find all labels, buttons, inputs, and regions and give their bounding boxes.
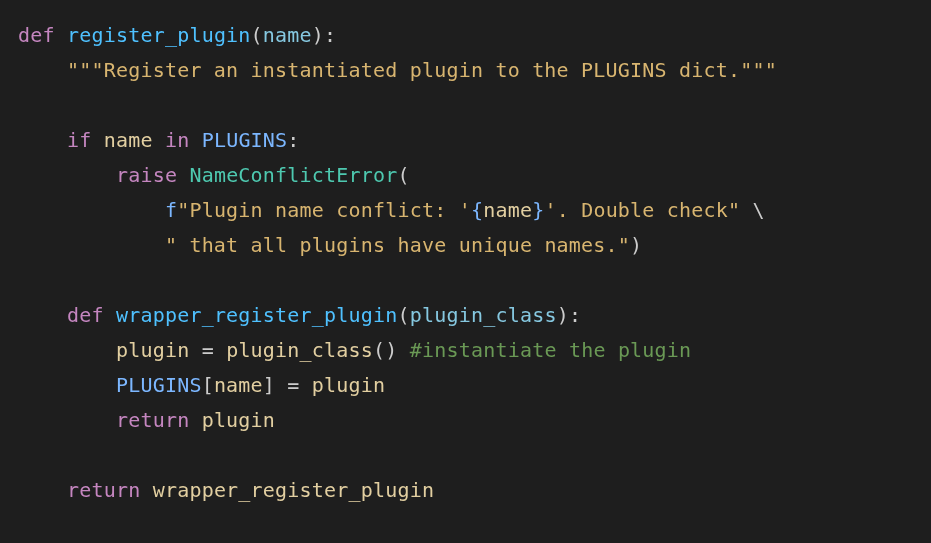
variable: wrapper_register_plugin <box>153 478 435 502</box>
keyword-return: return <box>67 478 140 502</box>
punct: ) <box>630 233 642 257</box>
code-line: plugin = plugin_class() #instantiate the… <box>18 338 691 362</box>
constant: PLUGINS <box>116 373 202 397</box>
parameter: name <box>263 23 312 47</box>
keyword-return: return <box>116 408 189 432</box>
code-line: return plugin <box>18 408 275 432</box>
variable: plugin <box>202 408 275 432</box>
code-line: if name in PLUGINS: <box>18 128 300 152</box>
punct: ) <box>312 23 324 47</box>
keyword-in: in <box>165 128 189 152</box>
string: " that all plugins have unique names." <box>165 233 630 257</box>
code-line: def wrapper_register_plugin(plugin_class… <box>18 303 581 327</box>
function-name: wrapper_register_plugin <box>116 303 398 327</box>
constant: PLUGINS <box>202 128 288 152</box>
variable: plugin <box>312 373 385 397</box>
brace: { <box>471 198 483 222</box>
docstring: """Register an instantiated plugin to th… <box>67 58 777 82</box>
code-line: " that all plugins have unique names.") <box>18 233 642 257</box>
operator: = <box>202 338 214 362</box>
punct: ) <box>557 303 569 327</box>
code-line: """Register an instantiated plugin to th… <box>18 58 777 82</box>
keyword-if: if <box>67 128 91 152</box>
operator: = <box>287 373 299 397</box>
punct: : <box>287 128 299 152</box>
punct: () <box>373 338 397 362</box>
code-line: def register_plugin(name): <box>18 23 336 47</box>
keyword-raise: raise <box>116 163 177 187</box>
function-name: register_plugin <box>67 23 251 47</box>
punct: ( <box>398 303 410 327</box>
code-line: PLUGINS[name] = plugin <box>18 373 385 397</box>
punct: ( <box>251 23 263 47</box>
punct: [ <box>202 373 214 397</box>
comment: #instantiate the plugin <box>410 338 692 362</box>
line-continuation: \ <box>753 198 765 222</box>
class-name: NameConflictError <box>189 163 397 187</box>
code-line: return wrapper_register_plugin <box>18 478 434 502</box>
variable: name <box>104 128 153 152</box>
f-prefix: f <box>165 198 177 222</box>
code-line: raise NameConflictError( <box>18 163 410 187</box>
call: plugin_class <box>226 338 373 362</box>
string: "Plugin name conflict: ' <box>177 198 471 222</box>
punct: ] <box>263 373 275 397</box>
keyword-def: def <box>67 303 104 327</box>
variable: name <box>214 373 263 397</box>
code-editor[interactable]: def register_plugin(name): """Register a… <box>0 0 931 508</box>
parameter: plugin_class <box>410 303 557 327</box>
punct: : <box>569 303 581 327</box>
variable: plugin <box>116 338 189 362</box>
string: '. Double check" <box>544 198 740 222</box>
keyword-def: def <box>18 23 55 47</box>
punct: ( <box>398 163 410 187</box>
code-line: f"Plugin name conflict: '{name}'. Double… <box>18 198 765 222</box>
brace: } <box>532 198 544 222</box>
variable: name <box>483 198 532 222</box>
punct: : <box>324 23 336 47</box>
